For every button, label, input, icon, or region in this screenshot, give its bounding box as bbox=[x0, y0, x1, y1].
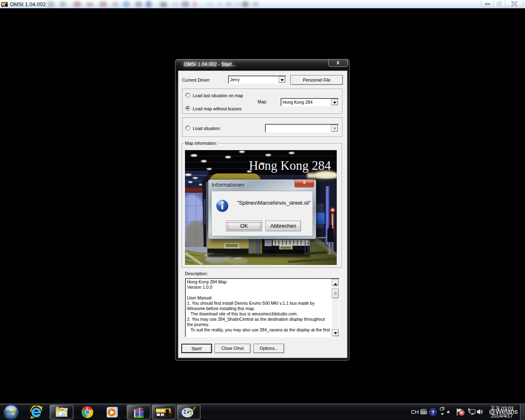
svg-text:?: ? bbox=[431, 410, 434, 415]
